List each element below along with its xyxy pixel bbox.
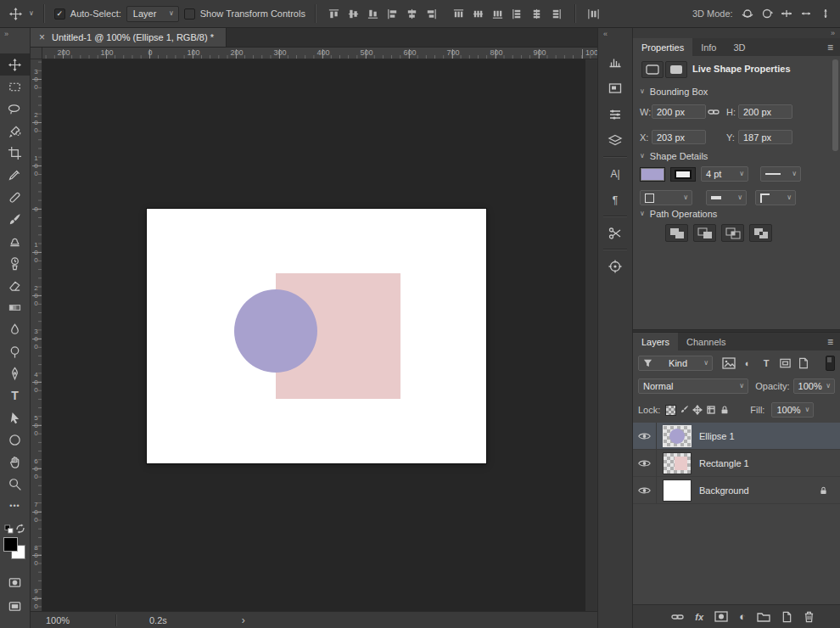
tab-properties[interactable]: Properties bbox=[633, 38, 692, 56]
clone-source-panel-button[interactable] bbox=[598, 253, 632, 279]
tab-channels[interactable]: Channels bbox=[678, 333, 734, 350]
panel-menu-icon[interactable]: ≡ bbox=[820, 333, 840, 350]
vertical-ruler[interactable]: 300 200 100 0 100 200 300 400 500 600 70… bbox=[31, 59, 42, 611]
3d-pan-button[interactable] bbox=[778, 5, 795, 22]
eraser-tool[interactable] bbox=[0, 274, 30, 296]
horizontal-ruler[interactable]: 200 100 0 100 200 300 400 500 600 700 80… bbox=[42, 48, 597, 59]
visibility-toggle[interactable] bbox=[633, 450, 657, 477]
new-group-button[interactable] bbox=[757, 611, 770, 622]
height-field[interactable]: 200 px bbox=[738, 104, 792, 119]
swap-colors-button[interactable] bbox=[15, 524, 25, 534]
exclude-shapes-button[interactable] bbox=[749, 224, 772, 242]
styles-panel-button[interactable] bbox=[598, 220, 632, 246]
fill-color-swatch[interactable] bbox=[640, 167, 665, 182]
fill-select[interactable]: 100% ∨ bbox=[771, 402, 814, 418]
link-dimensions-button[interactable] bbox=[708, 107, 720, 117]
delete-layer-button[interactable] bbox=[804, 611, 815, 623]
3d-scale-button[interactable] bbox=[817, 5, 834, 22]
mask-properties-button[interactable] bbox=[665, 61, 687, 78]
blend-mode-select[interactable]: Normal ∨ bbox=[638, 378, 748, 394]
section-shape-details[interactable]: ∨ Shape Details bbox=[640, 151, 708, 161]
lock-transparency-button[interactable] bbox=[664, 403, 677, 417]
zoom-level-field[interactable]: 100% bbox=[46, 615, 85, 625]
filter-smart-objects-button[interactable] bbox=[794, 355, 813, 371]
3d-roll-button[interactable] bbox=[759, 5, 776, 22]
crop-tool[interactable] bbox=[0, 142, 30, 164]
filter-adjustment-layers-button[interactable]: ◐ bbox=[738, 355, 757, 371]
quick-mask-button[interactable] bbox=[0, 571, 30, 593]
stroke-width-select[interactable]: 4 pt ∨ bbox=[701, 166, 748, 182]
status-flyout-chevron[interactable]: › bbox=[242, 614, 245, 626]
lock-artboard-button[interactable] bbox=[704, 403, 718, 417]
layer-row-background[interactable]: Background bbox=[633, 477, 840, 504]
ellipse-shape[interactable] bbox=[234, 289, 317, 373]
artboard[interactable] bbox=[147, 209, 486, 463]
section-bounding-box[interactable]: ∨ Bounding Box bbox=[640, 87, 708, 97]
filter-type-layers-button[interactable]: T bbox=[757, 355, 776, 371]
stroke-color-swatch[interactable] bbox=[670, 167, 696, 182]
close-tab-icon[interactable]: × bbox=[39, 32, 45, 42]
tab-layers[interactable]: Layers bbox=[633, 333, 678, 350]
combine-shapes-button[interactable] bbox=[665, 224, 688, 242]
foreground-background-swatches[interactable] bbox=[3, 537, 27, 561]
opacity-select[interactable]: 100% ∨ bbox=[793, 378, 835, 394]
quick-selection-tool[interactable] bbox=[0, 120, 30, 142]
ellipse-shape-tool[interactable] bbox=[0, 429, 30, 451]
dodge-tool[interactable] bbox=[0, 340, 30, 362]
distribute-left-button[interactable] bbox=[509, 5, 526, 22]
active-tool-button[interactable] bbox=[7, 5, 24, 22]
tab-info[interactable]: Info bbox=[692, 38, 725, 56]
hand-tool[interactable] bbox=[0, 451, 30, 473]
x-field[interactable]: 203 px bbox=[652, 130, 706, 144]
lock-position-button[interactable] bbox=[691, 403, 704, 417]
layer-style-button[interactable]: fx bbox=[695, 612, 703, 622]
align-right-button[interactable] bbox=[423, 5, 440, 22]
section-path-operations[interactable]: ∨ Path Operations bbox=[640, 209, 717, 219]
lock-pixels-button[interactable] bbox=[677, 403, 691, 417]
zoom-tool[interactable] bbox=[0, 473, 30, 495]
libraries-panel-button[interactable] bbox=[598, 127, 632, 154]
canvas-viewport[interactable] bbox=[42, 59, 585, 611]
y-field[interactable]: 187 px bbox=[738, 130, 792, 144]
tab-3d[interactable]: 3D bbox=[725, 38, 754, 56]
paragraph-panel-button[interactable]: ¶ bbox=[598, 187, 632, 213]
filter-shape-layers-button[interactable] bbox=[776, 355, 794, 371]
filter-kind-select[interactable]: Kind ∨ bbox=[638, 356, 713, 371]
toolbar-expand-button[interactable]: » bbox=[0, 28, 30, 40]
foreground-color-swatch[interactable] bbox=[3, 537, 18, 552]
align-top-button[interactable] bbox=[326, 5, 343, 22]
layer-thumbnail[interactable] bbox=[664, 453, 691, 474]
rectangular-marquee-tool[interactable] bbox=[0, 76, 30, 98]
stroke-type-select[interactable]: ∨ bbox=[760, 166, 801, 182]
distribute-right-button[interactable] bbox=[548, 5, 565, 22]
layer-name[interactable]: Rectangle 1 bbox=[699, 458, 749, 468]
distribute-top-button[interactable] bbox=[451, 5, 468, 22]
align-vertical-centers-button[interactable] bbox=[345, 5, 362, 22]
spot-healing-brush-tool[interactable] bbox=[0, 186, 30, 208]
adjustments-panel-button[interactable] bbox=[598, 101, 632, 127]
clone-stamp-tool[interactable] bbox=[0, 230, 30, 252]
properties-scrollbar-thumb[interactable] bbox=[832, 59, 838, 151]
subtract-front-shape-button[interactable] bbox=[693, 224, 716, 242]
intersect-shapes-button[interactable] bbox=[721, 224, 744, 242]
edit-toolbar-button[interactable]: ••• bbox=[0, 495, 30, 517]
filter-pixel-layers-button[interactable] bbox=[720, 355, 738, 371]
move-tool[interactable] bbox=[0, 53, 30, 76]
align-bottom-button[interactable] bbox=[365, 5, 382, 22]
layer-filter-toggle[interactable] bbox=[826, 356, 835, 371]
show-transform-checkbox[interactable] bbox=[184, 8, 195, 20]
brush-tool[interactable] bbox=[0, 208, 30, 230]
document-tab[interactable]: × Untitled-1 @ 100% (Ellipse 1, RGB/8) * bbox=[31, 28, 227, 47]
dock-expand-button[interactable]: « bbox=[598, 28, 632, 40]
stroke-corner-select[interactable]: ∨ bbox=[755, 190, 796, 205]
align-horizontal-centers-button[interactable] bbox=[404, 5, 421, 22]
distribute-spacing-button[interactable] bbox=[585, 5, 602, 22]
layer-name[interactable]: Background bbox=[699, 485, 749, 496]
default-colors-button[interactable] bbox=[4, 524, 14, 534]
link-layers-button[interactable] bbox=[671, 612, 684, 622]
visibility-toggle[interactable] bbox=[633, 423, 657, 450]
width-field[interactable]: 200 px bbox=[652, 104, 706, 119]
screen-mode-button[interactable] bbox=[0, 595, 30, 617]
eyedropper-tool[interactable] bbox=[0, 164, 30, 186]
add-mask-button[interactable] bbox=[714, 611, 728, 622]
